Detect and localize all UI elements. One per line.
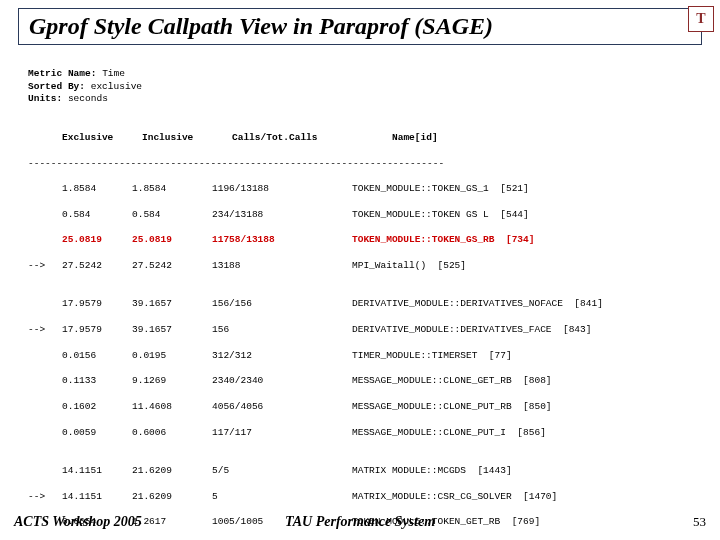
- profile-row: 14.115121.62095/5MATRIX MODULE::MCGDS [1…: [28, 465, 692, 478]
- profile-row: -->27.524227.524213188MPI_Waitall() [525…: [28, 260, 692, 273]
- profile-row: -->14.115121.62095MATRIX_MODULE::CSR_CG_…: [28, 491, 692, 504]
- tau-logo: T: [688, 6, 714, 32]
- profile-row: 0.11339.12692340/2340MESSAGE_MODULE::CLO…: [28, 375, 692, 388]
- footer-center: TAU Performance System: [0, 514, 720, 530]
- column-headers: ExclusiveInclusiveCalls/Tot.CallsName[id…: [28, 132, 692, 145]
- slide-title: Gprof Style Callpath View in Paraprof (S…: [29, 13, 691, 40]
- profile-row: -->17.957939.1657156DERIVATIVE_MODULE::D…: [28, 324, 692, 337]
- slide-title-box: Gprof Style Callpath View in Paraprof (S…: [18, 8, 702, 45]
- divider: ----------------------------------------…: [28, 158, 692, 171]
- profile-body: 1.85841.85841196/13188TOKEN_MODULE::TOKE…: [28, 183, 692, 540]
- profile-row: 0.160211.46084056/4056MESSAGE_MODULE::CL…: [28, 401, 692, 414]
- profile-row: 0.01560.0195312/312TIMER_MODULE::TIMERSE…: [28, 350, 692, 363]
- profile-row: 0.5840.584234/13188TOKEN_MODULE::TOKEN G…: [28, 209, 692, 222]
- footer: ACTS Workshop 2005 TAU Performance Syste…: [0, 514, 720, 530]
- profile-row: 1.85841.85841196/13188TOKEN_MODULE::TOKE…: [28, 183, 692, 196]
- profile-row: 25.081925.081911758/13188TOKEN_MODULE::T…: [28, 234, 692, 247]
- profile-row: 17.957939.1657156/156DERIVATIVE_MODULE::…: [28, 298, 692, 311]
- metadata-block: Metric Name: Time Sorted By: exclusive U…: [28, 68, 692, 106]
- profile-row: 0.00590.6006117/117MESSAGE_MODULE::CLONE…: [28, 427, 692, 440]
- profile-dump: Metric Name: Time Sorted By: exclusive U…: [28, 55, 692, 540]
